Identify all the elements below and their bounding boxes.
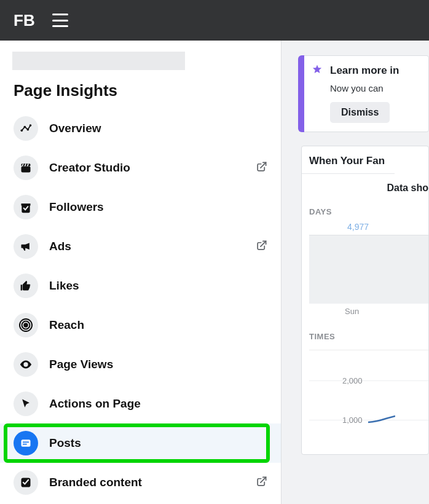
sidebar-item-followers[interactable]: Followers (0, 187, 281, 227)
sidebar-item-label: Reach (49, 318, 84, 332)
svg-rect-4 (22, 167, 31, 173)
sidebar-item-reach[interactable]: Reach (0, 305, 281, 345)
sidebar: Page Insights OverviewCreator StudioFoll… (0, 41, 281, 504)
top-bar: FB (0, 0, 429, 41)
sidebar-item-branded[interactable]: Branded content (0, 463, 281, 502)
sidebar-item-likes[interactable]: Likes (0, 266, 281, 305)
promo-subtitle: Now you can (330, 83, 428, 93)
dismiss-button[interactable]: Dismiss (330, 102, 390, 123)
svg-rect-11 (23, 444, 27, 445)
promo-accent-stripe (298, 55, 304, 132)
fb-logo: FB (14, 11, 35, 30)
panel-subtitle: Data sho (309, 183, 428, 194)
page-title: Page Insights (0, 70, 281, 106)
cursor-icon (14, 392, 38, 416)
sidebar-item-label: Page Views (49, 358, 113, 371)
bar-category: Sun (345, 307, 359, 316)
days-bar-chart: 4,977 Sun (309, 235, 428, 304)
menu-icon[interactable] (52, 14, 68, 27)
sidebar-item-label: Creator Studio (49, 161, 130, 175)
times-line-chart: 2,000 1,000 (309, 350, 428, 454)
clapper-icon (14, 156, 38, 180)
tag-check-icon (14, 470, 38, 495)
thumbs-up-icon (14, 274, 38, 298)
selection-highlight (4, 423, 270, 463)
megaphone-icon (14, 234, 38, 259)
svg-rect-10 (23, 442, 29, 443)
sidebar-item-pageviews[interactable]: Page Views (0, 345, 281, 384)
external-icon (256, 161, 267, 175)
times-label: TIMES (309, 332, 428, 341)
sidebar-item-label: Posts (49, 436, 81, 450)
sidebar-header-placeholder (12, 52, 185, 70)
sidebar-item-overview[interactable]: Overview (0, 109, 281, 148)
sidebar-item-label: Overview (49, 122, 101, 135)
sidebar-nav: OverviewCreator StudioFollowersAdsLikesR… (0, 109, 281, 502)
sidebar-item-label: Followers (49, 200, 104, 214)
broadcast-icon (14, 313, 38, 337)
sidebar-item-posts[interactable]: Posts (0, 423, 281, 463)
svg-rect-9 (22, 439, 31, 447)
svg-point-6 (24, 323, 28, 327)
sidebar-item-creator[interactable]: Creator Studio (0, 148, 281, 187)
promo-title: Learn more in (330, 65, 428, 77)
box-check-icon (14, 195, 38, 219)
sidebar-item-label: Branded content (49, 476, 142, 489)
promo-card: Learn more in Now you can Dismiss (301, 55, 429, 132)
sidebar-item-label: Likes (49, 279, 79, 293)
eye-icon (14, 352, 38, 377)
external-icon (256, 476, 267, 490)
post-icon (14, 431, 38, 455)
sidebar-item-ads[interactable]: Ads (0, 227, 281, 266)
sidebar-item-label: Actions on Page (49, 397, 141, 411)
external-icon (256, 240, 267, 254)
activity-icon (14, 116, 38, 141)
star-icon (312, 64, 323, 77)
panel-tab[interactable]: When Your Fan (302, 146, 395, 174)
content-pane: Learn more in Now you can Dismiss When Y… (281, 41, 429, 504)
fans-panel: When Your Fan Data sho DAYS 4,977 Sun TI… (301, 146, 429, 455)
days-label: DAYS (309, 207, 428, 216)
bar-value: 4,977 (347, 222, 369, 232)
sidebar-item-actions[interactable]: Actions on Page (0, 384, 281, 423)
sidebar-item-label: Ads (49, 240, 71, 253)
